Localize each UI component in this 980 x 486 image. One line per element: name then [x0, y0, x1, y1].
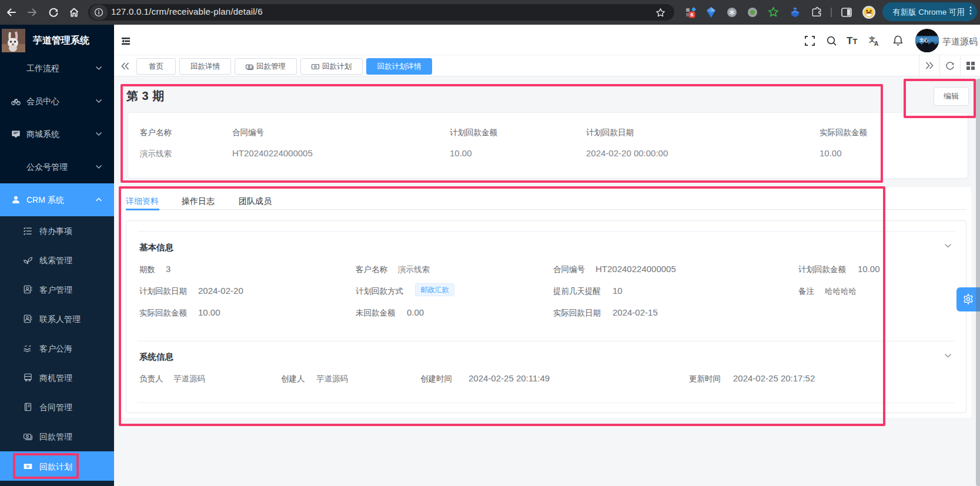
svg-text:6: 6	[690, 12, 693, 18]
svg-text:文心: 文心	[919, 38, 929, 43]
svg-text:A: A	[874, 41, 878, 46]
